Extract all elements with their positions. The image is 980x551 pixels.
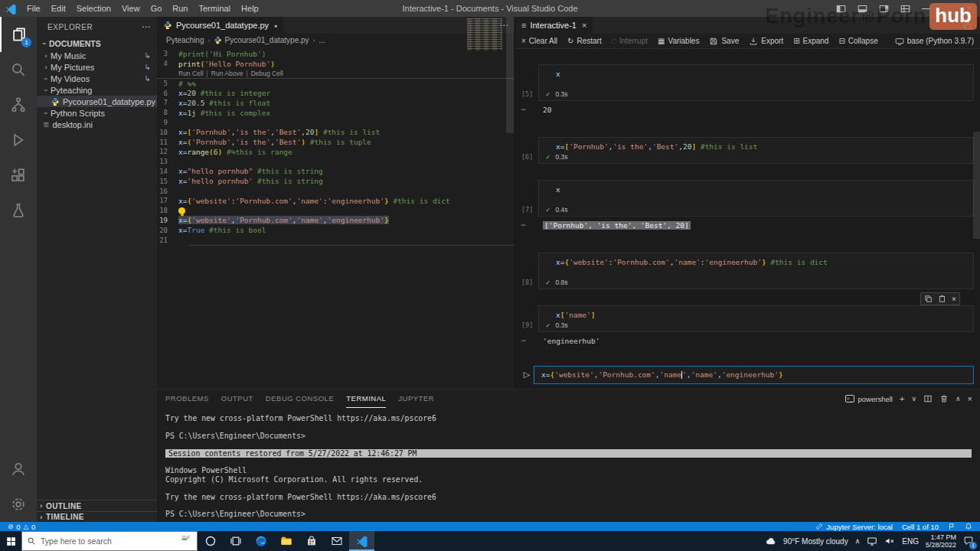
run-input-button[interactable]: ▷: [520, 370, 534, 380]
code-line[interactable]: 10x=['Pornhub','is the','Best',20] #this…: [157, 127, 514, 137]
action-center-button[interactable]: 1: [963, 535, 974, 547]
hidden-icons-chevron[interactable]: ∧: [855, 537, 861, 545]
taskbar-app-store[interactable]: [299, 531, 324, 551]
activity-testing[interactable]: [0, 193, 37, 228]
tab-interactive-1[interactable]: ≡ Interactive-1 ×: [515, 17, 593, 34]
activity-run-debug[interactable]: [0, 122, 37, 158]
tree-item-pycourse01-datatype-py[interactable]: Pycourse01_datatype.py: [37, 96, 157, 107]
lightbulb-icon[interactable]: [178, 207, 185, 214]
codelens-run-above[interactable]: Run Above: [211, 70, 243, 77]
tree-item-pyteaching[interactable]: ›Pyteaching: [37, 84, 157, 96]
close-panel-button[interactable]: ×: [968, 394, 972, 403]
menu-selection[interactable]: Selection: [71, 0, 116, 17]
clear-all-button[interactable]: ×Clear All: [521, 37, 557, 45]
speaker-mute-icon[interactable]: [884, 536, 895, 546]
layout-custom-button[interactable]: [894, 0, 916, 17]
menu-terminal[interactable]: Terminal: [194, 0, 237, 17]
section-outline[interactable]: ›OUTLINE: [37, 500, 157, 511]
new-terminal-button[interactable]: +: [900, 394, 904, 403]
menu-view[interactable]: View: [116, 0, 145, 17]
sidebar-actions-button[interactable]: ⋯: [141, 21, 151, 32]
feedback-button[interactable]: [948, 523, 956, 530]
code-line[interactable]: 15x='hello pornhub' #this is string: [157, 176, 514, 186]
export-button[interactable]: Export: [749, 37, 783, 46]
tree-root-documents[interactable]: › DOCUMENTS: [37, 37, 157, 50]
tree-item-desktop-ini[interactable]: ≣desktop.ini: [37, 119, 157, 130]
codelens-run-cell[interactable]: Run Cell: [178, 70, 204, 77]
problems-status[interactable]: ⊘ 0 △ 0: [8, 523, 35, 531]
tree-item-my-videos[interactable]: ›My Videos↳: [37, 73, 157, 84]
notifications-button[interactable]: [965, 523, 972, 530]
shell-label[interactable]: powershell: [858, 395, 893, 403]
taskbar-app-file-explorer[interactable]: [273, 531, 299, 551]
layout-left-button[interactable]: [830, 0, 851, 17]
cell-code-box[interactable]: x={'website':'Pornhub.com','name':'engin…: [538, 253, 974, 289]
code-line[interactable]: 4print('Hello Pornhub'): [157, 59, 514, 69]
cell-code-box[interactable]: x=['Pornhub','is the','Best',20] #this i…: [538, 137, 974, 164]
clipboard-icon[interactable]: [938, 295, 946, 303]
activity-search[interactable]: [0, 52, 37, 87]
editor-scrollbar[interactable]: [506, 17, 514, 384]
trash-icon[interactable]: [939, 394, 949, 403]
panel-tab-terminal[interactable]: TERMINAL: [346, 390, 386, 408]
close-window-button[interactable]: ×: [959, 0, 980, 17]
terminal-output[interactable]: Try the new cross-platform PowerShell ht…: [157, 408, 980, 519]
code-line[interactable]: 12x=range(6) #%this is range: [157, 147, 514, 157]
start-button[interactable]: [0, 531, 21, 551]
cloud-icon[interactable]: [766, 536, 776, 546]
split-icon[interactable]: [923, 394, 933, 403]
collapse-button[interactable]: ⊟Collapse: [838, 37, 877, 45]
minimize-button[interactable]: —: [916, 0, 937, 17]
code-line[interactable]: 17x={'website':'Pornhub.com','name':'eng…: [157, 196, 514, 206]
tab-pycourse01-datatype[interactable]: Pycourse01_datatype.py ●: [157, 17, 283, 34]
taskbar-app-taskview[interactable]: [223, 531, 248, 551]
clock[interactable]: 1:47 PM5/28/2022: [926, 533, 956, 549]
network-icon[interactable]: [867, 536, 877, 546]
copy-icon[interactable]: [924, 295, 933, 303]
code-editor[interactable]: 3#print('Hi Pornhub')4print('Hello Pornh…: [157, 47, 514, 246]
weather-text[interactable]: 90°F Mostly cloudy: [783, 537, 848, 546]
panel-tab-debug-console[interactable]: DEBUG CONSOLE: [266, 390, 334, 408]
interactive-scrollbar[interactable]: [973, 132, 980, 239]
terminal-dropdown-button[interactable]: ∨: [911, 395, 916, 403]
jupyter-server-status[interactable]: Jupyter Server: local: [815, 523, 893, 531]
taskbar-app-mail[interactable]: [324, 531, 349, 551]
code-line[interactable]: 6x=20 #this is integer: [157, 88, 514, 98]
code-line[interactable]: 9: [157, 118, 514, 128]
taskbar-search[interactable]: Type here to search: [21, 531, 198, 551]
code-line[interactable]: 20x=True #this is bool: [157, 225, 514, 235]
breadcrumb-item[interactable]: Pycourse01_datatype.py: [214, 36, 309, 44]
menu-help[interactable]: Help: [236, 0, 264, 17]
taskbar-app-vscode[interactable]: [349, 531, 374, 551]
interactive-code-input[interactable]: x={'website','Pornhub.com','name','name'…: [534, 366, 974, 384]
menu-file[interactable]: File: [21, 0, 46, 17]
kernel-selector[interactable]: base (Python 3.9.7): [895, 37, 974, 46]
tree-item-my-pictures[interactable]: ›My Pictures↳: [37, 61, 157, 73]
activity-settings[interactable]: [0, 487, 37, 522]
menu-go[interactable]: Go: [145, 0, 168, 17]
code-line[interactable]: Run Cell|Run Above|Debug Cell: [157, 69, 514, 79]
code-line[interactable]: 5# %%: [157, 78, 514, 88]
cell-code-box[interactable]: x✓0.4s[7]: [538, 180, 974, 217]
tree-item-python-scripts[interactable]: ›Python Scripts: [37, 107, 157, 119]
code-line[interactable]: 7x=20.5 #this is float: [157, 98, 514, 108]
activity-source-control[interactable]: [0, 87, 37, 122]
codelens-debug-cell[interactable]: Debug Cell: [251, 70, 283, 77]
maximize-button[interactable]: □: [937, 0, 959, 17]
code-line[interactable]: 21: [157, 235, 514, 245]
restore-panel-icon[interactable]: [962, 21, 972, 31]
code-line[interactable]: 19x={'website','Pornhub.com','name','eng…: [157, 216, 514, 226]
code-line[interactable]: 11x=('Pornhub','is the','Best') #this is…: [157, 137, 514, 147]
codelens-actions[interactable]: Run Cell|Run Above|Debug Cell: [178, 70, 283, 77]
menu-run[interactable]: Run: [167, 0, 193, 17]
layout-bottom-button[interactable]: [851, 0, 873, 17]
code-line[interactable]: 16: [157, 186, 514, 196]
panel-tab-output[interactable]: OUTPUT: [221, 390, 253, 408]
code-line[interactable]: 13: [157, 157, 514, 167]
minimap[interactable]: [467, 18, 502, 51]
tree-item-my-music[interactable]: ›My Music↳: [37, 50, 157, 61]
code-line[interactable]: 14x="hello pornhub" #this is string: [157, 167, 514, 177]
activity-explorer[interactable]: 1: [0, 17, 37, 52]
close-icon[interactable]: ×: [952, 295, 956, 303]
cell-indicator[interactable]: Cell 1 of 10: [902, 523, 939, 531]
